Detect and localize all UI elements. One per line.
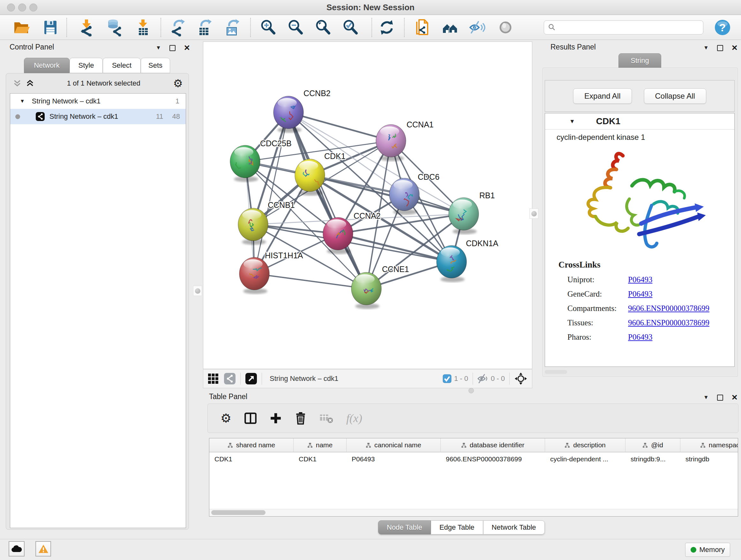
- tab-network[interactable]: Network: [24, 58, 70, 73]
- open-in-new-window-icon[interactable]: [245, 373, 257, 385]
- table-settings-gear-icon[interactable]: ⚙: [220, 412, 231, 424]
- crosslinks-list: Uniprot:P06493GeneCard:P06493Compartment…: [545, 275, 734, 341]
- column-header--id[interactable]: @id: [625, 438, 680, 452]
- collapse-panel-icon[interactable]: ▼: [703, 394, 709, 401]
- column-header-namespace[interactable]: namespace: [680, 438, 738, 452]
- collapse-all-icon[interactable]: [13, 79, 21, 87]
- collapse-all-button[interactable]: Collapse All: [644, 88, 706, 104]
- delete-row-icon[interactable]: [294, 412, 307, 425]
- column-label: @id: [651, 441, 663, 449]
- export-image-icon[interactable]: [223, 18, 241, 37]
- close-panel-icon[interactable]: ✕: [184, 44, 190, 52]
- network-row[interactable]: String Network – cdk1 11 48: [10, 109, 186, 124]
- column-header-database-identifier[interactable]: database identifier: [441, 438, 545, 452]
- tab-node-table[interactable]: Node Table: [378, 520, 431, 535]
- network-node-CCNE1[interactable]: [351, 272, 381, 309]
- network-collection-row[interactable]: ▼ String Network – cdk1 1: [10, 94, 186, 109]
- warnings-button[interactable]: [36, 541, 51, 557]
- fit-content-icon[interactable]: [314, 18, 332, 37]
- crosslink-link[interactable]: P06493: [628, 290, 652, 299]
- string-home-icon[interactable]: [441, 18, 459, 37]
- grid-view-icon[interactable]: [208, 373, 219, 384]
- float-panel-icon[interactable]: [717, 395, 723, 401]
- open-session-icon[interactable]: [13, 18, 30, 37]
- help-icon[interactable]: ?: [714, 18, 731, 37]
- crosslink-link[interactable]: 9606.ENSP00000378699: [628, 318, 710, 327]
- column-label: database identifier: [470, 441, 525, 449]
- import-network-from-database-icon[interactable]: [105, 18, 123, 37]
- collection-label: String Network – cdk1: [32, 97, 100, 105]
- add-row-icon[interactable]: [270, 412, 282, 424]
- selected-checkbox-icon[interactable]: [443, 374, 452, 383]
- protein-collapse-icon[interactable]: ▼: [569, 118, 575, 125]
- left-splitter-handle[interactable]: [193, 286, 202, 296]
- collection-expand-icon[interactable]: ▼: [20, 98, 25, 104]
- cloud-status-button[interactable]: [9, 541, 24, 557]
- string-results-body: Expand All Collapse All ▼ CDK1 cyclin-de…: [542, 68, 738, 377]
- column-header-canonical-name[interactable]: canonical name: [347, 438, 441, 452]
- network-canvas[interactable]: CCNB2CCNA1CDC25BCDK1CDC6RB1CCNB1CCNA2CDK…: [203, 42, 532, 369]
- float-panel-icon[interactable]: [170, 45, 176, 51]
- toolbar-separator: [372, 18, 372, 37]
- network-node-CCNB1[interactable]: [238, 208, 268, 245]
- column-header-name[interactable]: name: [293, 438, 347, 452]
- network-node-CDC25B[interactable]: [230, 145, 260, 182]
- collapse-panel-icon[interactable]: ▼: [703, 45, 709, 51]
- node-table-header: shared namenamecanonical namedatabase id…: [209, 438, 738, 452]
- crosslink-link[interactable]: 9606.ENSP00000378699: [628, 304, 710, 313]
- close-panel-icon[interactable]: ✕: [731, 393, 738, 402]
- table-cell[interactable]: CDK1: [293, 452, 347, 466]
- table-cell[interactable]: stringdb:9...: [625, 452, 680, 466]
- horizontal-splitter-dot[interactable]: [468, 388, 474, 393]
- tab-string[interactable]: String: [618, 53, 661, 68]
- table-cell[interactable]: stringdb: [680, 452, 738, 466]
- hide-selected-icon[interactable]: [468, 18, 486, 37]
- table-cell[interactable]: CDK1: [209, 452, 293, 466]
- network-node-CDKN1A[interactable]: [436, 246, 467, 282]
- search-input[interactable]: [556, 23, 695, 32]
- tab-edge-table[interactable]: Edge Table: [431, 520, 483, 535]
- zoom-selected-icon[interactable]: [341, 18, 359, 37]
- collapse-panel-icon[interactable]: ▼: [156, 45, 161, 51]
- column-header-description[interactable]: description: [545, 438, 625, 452]
- tab-select[interactable]: Select: [103, 58, 141, 73]
- crosslink-link[interactable]: P06493: [628, 275, 652, 284]
- show-columns-icon[interactable]: [244, 412, 257, 425]
- refresh-icon[interactable]: [378, 18, 396, 37]
- save-session-icon[interactable]: [42, 18, 59, 37]
- tab-style[interactable]: Style: [70, 58, 103, 73]
- network-node-RB1[interactable]: [449, 198, 479, 234]
- crosslink-link[interactable]: P06493: [628, 333, 652, 341]
- export-network-icon[interactable]: [169, 18, 187, 37]
- network-node-CCNB2[interactable]: [273, 96, 304, 133]
- tab-sets[interactable]: Sets: [141, 58, 170, 73]
- column-header-shared-name[interactable]: shared name: [209, 438, 293, 452]
- import-network-icon[interactable]: [78, 18, 96, 37]
- network-node-HIST1H1A[interactable]: [239, 257, 269, 294]
- memory-button[interactable]: Memory: [685, 543, 730, 557]
- table-cell[interactable]: P06493: [347, 452, 441, 466]
- search-field[interactable]: [544, 20, 703, 35]
- table-horizontal-scrollbar[interactable]: [209, 509, 738, 516]
- table-row[interactable]: CDK1CDK1P064939606.ENSP00000378699cyclin…: [209, 452, 738, 466]
- table-cell[interactable]: 9606.ENSP00000378699: [441, 452, 545, 466]
- expand-all-icon[interactable]: [26, 79, 34, 87]
- float-panel-icon[interactable]: [717, 45, 723, 51]
- import-table-icon[interactable]: [134, 18, 152, 37]
- expand-all-button[interactable]: Expand All: [573, 88, 631, 104]
- network-share-view-icon[interactable]: [224, 373, 236, 385]
- export-table-icon[interactable]: [196, 18, 213, 37]
- import-string-network-icon[interactable]: [414, 18, 431, 37]
- zoom-out-icon[interactable]: [286, 18, 305, 37]
- right-splitter-handle[interactable]: [529, 208, 538, 219]
- tab-network-table[interactable]: Network Table: [483, 520, 545, 535]
- results-scrollbar-thumb[interactable]: [545, 370, 567, 374]
- zoom-in-icon[interactable]: [259, 18, 277, 37]
- scrollbar-thumb[interactable]: [211, 510, 266, 515]
- network-options-gear-icon[interactable]: ⚙: [173, 78, 183, 89]
- protein-card-header[interactable]: ▼ CDK1: [545, 113, 734, 130]
- birds-eye-view-icon[interactable]: [514, 372, 528, 385]
- close-panel-icon[interactable]: ✕: [731, 44, 738, 52]
- table-cell[interactable]: cyclin-dependent ...: [545, 452, 625, 466]
- network-node-CCNA1[interactable]: [376, 125, 406, 161]
